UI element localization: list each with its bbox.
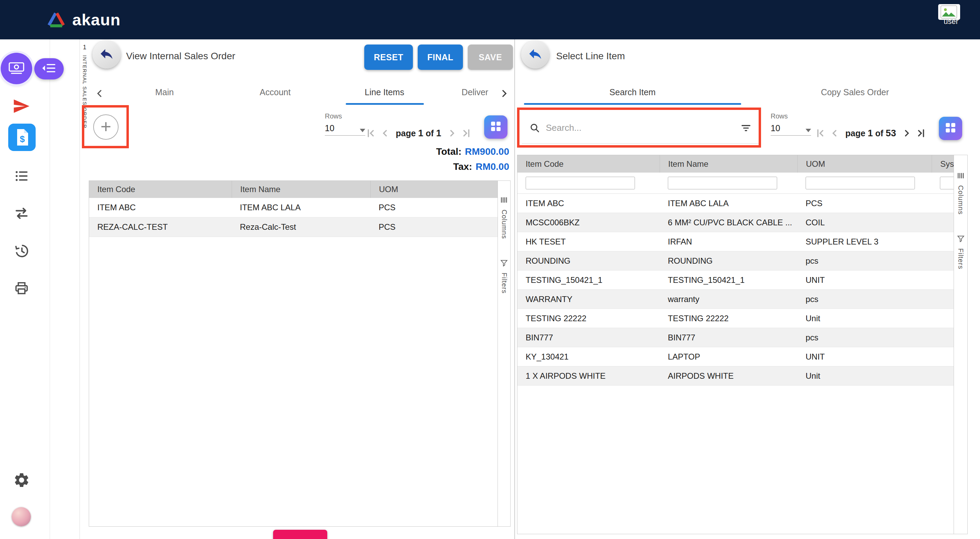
table-row[interactable]: REZA-CALC-TEST Reza-Calc-Test PCS [89, 217, 498, 237]
pagination-left: page 1 of 1 [365, 126, 472, 141]
columns-toggle[interactable]: Columns [957, 185, 964, 215]
search-input[interactable] [546, 123, 735, 133]
filter-input-item-name[interactable] [668, 177, 777, 189]
table-row[interactable]: TESTING 22222 TESTING 22222 Unit [517, 309, 954, 328]
column-header-uom: UOM [797, 155, 932, 173]
table-row[interactable]: 1 X AIRPODS WHITE AIRPODS WHITE Unit [517, 366, 954, 385]
tax-amount-line: Tax:RM0.00 [436, 159, 509, 174]
table-row[interactable]: WARRANTY warranty pcs [517, 290, 954, 309]
column-filter-row [517, 173, 954, 194]
active-tab-underline-right [524, 103, 741, 105]
applet-tab-index: 1 [83, 44, 86, 51]
rows-select-right[interactable]: 10 [771, 123, 811, 136]
columns-grip-icon[interactable] [501, 196, 508, 206]
table-row[interactable]: BIN777 BIN777 pcs [517, 328, 954, 347]
tabs-scroll-right-icon[interactable] [499, 88, 509, 99]
chevron-down-icon [806, 129, 811, 132]
delete-button-partial[interactable] [273, 530, 327, 539]
back-arrow-icon [527, 46, 543, 63]
table-side-controls-right: Columns Filters [954, 155, 967, 534]
rows-select-left[interactable]: 10 [325, 123, 365, 136]
filter-input-system[interactable] [940, 177, 954, 189]
page-indicator-right: page 1 of 53 [845, 128, 896, 139]
back-button-left[interactable] [92, 40, 121, 68]
settings-gear-icon[interactable] [13, 472, 30, 489]
red-applet-icon[interactable] [12, 97, 30, 115]
prev-page-icon[interactable] [379, 127, 391, 139]
tab-main[interactable]: Main [155, 87, 174, 97]
columns-grip-icon[interactable] [958, 171, 964, 181]
total-amount-line: Total:RM900.00 [436, 144, 509, 159]
column-header-item-name: Item Name [660, 155, 797, 173]
brand-name: akaun [72, 10, 121, 29]
table-header-row: Item Code Item Name UOM Syst [517, 155, 954, 173]
filter-input-uom[interactable] [806, 177, 915, 189]
app-logo[interactable]: akaun [46, 10, 121, 29]
tab-search-item[interactable]: Search Item [609, 87, 656, 97]
tab-line-items[interactable]: Line Items [364, 87, 404, 97]
print-icon[interactable] [14, 281, 29, 296]
plus-icon: + [100, 117, 111, 136]
item-search-table-wrap: Item Code Item Name UOM Syst ITEM ABC IT… [517, 155, 968, 534]
next-page-icon[interactable] [447, 127, 458, 139]
column-header-system: Syst [932, 155, 954, 173]
logo-triangle-icon [46, 10, 66, 29]
tab-delivery[interactable]: Deliver [461, 87, 488, 97]
filter-input-item-code[interactable] [526, 177, 635, 189]
list-icon[interactable] [14, 168, 29, 184]
applet-tab-internal-sales-order[interactable]: 1 INTERNAL SALES ORDER [80, 44, 89, 129]
sales-document-applet-icon[interactable]: $ [8, 124, 36, 151]
menu-open-icon [41, 62, 57, 75]
chevron-down-icon [360, 129, 365, 132]
table-row[interactable]: KY_130421 LAPTOP UNIT [517, 347, 954, 366]
add-line-item-button[interactable]: + [93, 114, 119, 140]
svg-text:$: $ [20, 134, 25, 144]
cash-applet-button[interactable] [1, 53, 32, 84]
grid-view-button-right[interactable] [939, 117, 962, 140]
applet-tab-label: INTERNAL SALES ORDER [82, 55, 88, 129]
next-page-icon[interactable] [901, 127, 913, 139]
save-button[interactable]: SAVE [468, 44, 513, 70]
left-icon-sidebar: $ [0, 40, 50, 539]
tabs-scroll-left-icon[interactable] [94, 88, 105, 99]
filters-toggle[interactable]: Filters [500, 273, 508, 293]
table-row[interactable]: ITEM ABC ITEM ABC LALA PCS [517, 194, 954, 213]
table-side-controls-left: Columns Filters [498, 181, 510, 526]
menu-toggle-button[interactable] [34, 58, 64, 79]
last-page-icon[interactable] [461, 127, 472, 139]
filters-funnel-icon[interactable] [500, 259, 508, 268]
user-avatar-broken-image[interactable]: user [938, 4, 966, 26]
page-title-left: View Internal Sales Order [126, 48, 235, 64]
column-header-item-code: Item Code [89, 181, 232, 198]
first-page-icon[interactable] [365, 127, 377, 139]
grid-icon [944, 122, 957, 135]
last-page-icon[interactable] [915, 127, 927, 139]
columns-toggle[interactable]: Columns [500, 209, 508, 239]
rows-per-page-right[interactable]: Rows 10 [771, 112, 811, 136]
grid-view-button-left[interactable] [484, 116, 508, 139]
reset-button[interactable]: RESET [364, 44, 413, 70]
column-header-uom: UOM [371, 181, 498, 198]
tab-account[interactable]: Account [260, 87, 291, 97]
table-row[interactable]: MCSC006BKZ 6 MM² CU/PVC BLACK CABLE ... … [517, 213, 954, 232]
rows-label: Rows [325, 112, 365, 120]
table-row[interactable]: ITEM ABC ITEM ABC LALA PCS [89, 198, 498, 217]
item-search-field [522, 112, 759, 144]
prev-page-icon[interactable] [829, 127, 840, 139]
first-page-icon[interactable] [815, 127, 826, 139]
column-header-item-code: Item Code [517, 155, 660, 173]
user-profile-avatar[interactable] [12, 507, 31, 526]
rows-per-page-left[interactable]: Rows 10 [325, 112, 365, 136]
table-row[interactable]: HK TESET IRFAN SUPPLER LEVEL 3 [517, 232, 954, 251]
back-button-right[interactable] [521, 40, 549, 68]
transfer-icon[interactable] [14, 206, 29, 221]
filters-funnel-icon[interactable] [957, 235, 965, 244]
history-icon[interactable] [14, 243, 29, 258]
final-button[interactable]: FINAL [418, 44, 463, 70]
filters-toggle[interactable]: Filters [957, 248, 964, 269]
filter-list-icon[interactable] [740, 123, 751, 133]
table-row[interactable]: ROUNDING ROUNDING pcs [517, 251, 954, 271]
rows-label: Rows [771, 112, 811, 120]
tab-copy-sales-order[interactable]: Copy Sales Order [821, 87, 889, 97]
table-row[interactable]: TESTING_150421_1 TESTING_150421_1 UNIT [517, 271, 954, 290]
